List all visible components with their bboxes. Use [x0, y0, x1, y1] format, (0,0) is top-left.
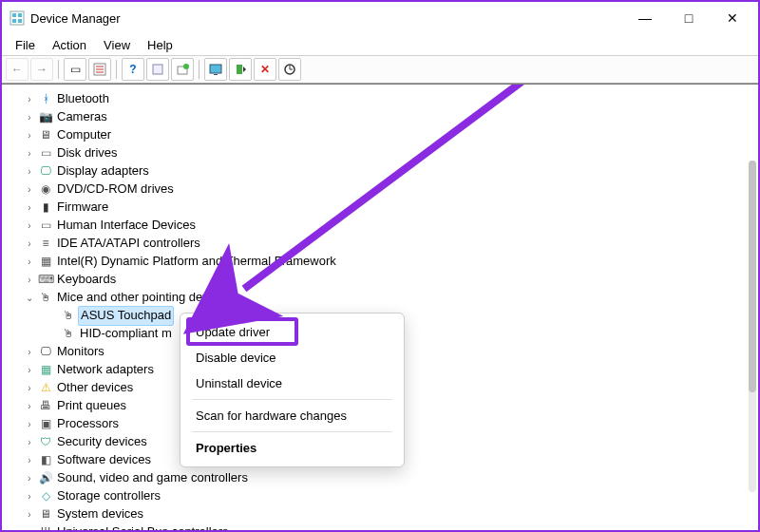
expander-icon[interactable]: › [23, 364, 36, 377]
tree-node[interactable]: ›▭Disk drives [13, 144, 756, 162]
menu-action[interactable]: Action [45, 36, 94, 54]
device-icon: ▦ [37, 363, 54, 378]
expander-icon[interactable]: › [23, 201, 36, 215]
svg-rect-14 [237, 65, 242, 74]
expander-icon[interactable]: › [23, 165, 36, 179]
window-title: Device Manager [30, 11, 623, 26]
expander-icon[interactable]: › [23, 418, 36, 431]
device-icon: ◉ [37, 182, 54, 198]
expander-icon[interactable]: › [23, 219, 36, 233]
back-button[interactable]: ← [6, 58, 28, 81]
tree-label: Print queues [57, 397, 126, 414]
tree-node[interactable]: ›▮Firmware [13, 199, 756, 217]
expander-icon[interactable]: › [23, 129, 36, 142]
tree-label: Processors [57, 415, 119, 432]
tree-label: Software devices [57, 451, 151, 468]
device-icon: ▦ [37, 255, 54, 270]
expander-icon[interactable]: › [23, 454, 36, 467]
ctx-separator [192, 399, 392, 400]
device-icon: ▭ [37, 146, 54, 162]
minimize-button[interactable]: — [623, 4, 667, 32]
context-menu: Update driver Disable device Uninstall d… [180, 313, 405, 467]
tree-node[interactable]: ›ΨUniversal Serial Bus controllers [13, 523, 756, 530]
tree-label: Network adapters [57, 361, 154, 378]
device-icon: 🖱 [60, 327, 77, 342]
tree-node[interactable]: ›◇Storage controllers [13, 487, 756, 505]
expander-icon[interactable]: › [23, 508, 36, 522]
tree-label: Sound, video and game controllers [57, 469, 248, 486]
tree-label: Storage controllers [57, 487, 161, 504]
tree-label: Cameras [57, 108, 107, 125]
expander-icon[interactable]: › [23, 400, 36, 413]
tree-label: Disk drives [57, 144, 118, 162]
expander-icon[interactable]: › [23, 238, 36, 251]
expander-icon[interactable]: › [23, 93, 36, 106]
maximize-button[interactable]: □ [667, 4, 711, 32]
device-icon: 🔊 [37, 471, 54, 486]
tree-node[interactable]: ⌄🖱Mice and other pointing devices [13, 289, 756, 307]
menu-file[interactable]: File [8, 36, 43, 54]
tree-label: Display adapters [57, 162, 149, 180]
tree-node[interactable]: ›▭Human Interface Devices [13, 217, 756, 235]
expander-icon[interactable]: › [23, 472, 36, 485]
expander-icon[interactable]: › [23, 346, 36, 359]
expander-icon[interactable]: › [23, 436, 36, 449]
show-hidden-button[interactable]: ▭ [64, 58, 86, 81]
tree-node[interactable]: ›🔊Sound, video and game controllers [13, 469, 756, 487]
forward-button[interactable]: → [30, 58, 53, 81]
svg-rect-4 [18, 19, 22, 23]
tree-node[interactable]: ›▦Intel(R) Dynamic Platform and Thermal … [13, 253, 756, 271]
app-icon [10, 10, 25, 26]
expander-icon[interactable]: › [23, 382, 36, 395]
props-button[interactable] [146, 58, 169, 81]
device-icon: ᚼ [37, 92, 54, 107]
enable-button[interactable] [229, 58, 252, 81]
menu-view[interactable]: View [96, 36, 138, 54]
device-icon: ≡ [37, 237, 54, 252]
menu-help[interactable]: Help [140, 36, 180, 54]
expander-icon[interactable]: › [23, 183, 36, 197]
tree-node[interactable]: ›🖵Display adapters [13, 162, 756, 180]
toolbar-separator [116, 60, 117, 79]
device-manager-window: Device Manager — □ ✕ File Action View He… [0, 0, 760, 532]
expander-icon[interactable]: › [23, 256, 36, 269]
expander-icon[interactable]: › [23, 490, 36, 504]
close-button[interactable]: ✕ [711, 4, 754, 32]
tree-label: Keyboards [57, 271, 116, 288]
tree-label: Firmware [57, 199, 108, 216]
expander-icon[interactable]: › [23, 526, 36, 531]
expander-icon[interactable]: › [23, 111, 36, 124]
tree-node[interactable]: ›⌨Keyboards [13, 271, 756, 289]
ctx-disable-device[interactable]: Disable device [186, 345, 398, 370]
scan-monitor-button[interactable] [204, 58, 227, 81]
expander-icon[interactable]: ⌄ [23, 292, 36, 305]
svg-rect-12 [210, 65, 221, 73]
device-icon: Ψ [37, 525, 54, 531]
help-button[interactable]: ? [122, 58, 144, 81]
vertical-scrollbar[interactable] [749, 161, 756, 492]
ctx-uninstall-device[interactable]: Uninstall device [186, 370, 398, 396]
ctx-scan-hardware[interactable]: Scan for hardware changes [186, 403, 398, 428]
ctx-properties[interactable]: Properties [186, 435, 398, 461]
device-icon: 🛡 [37, 435, 54, 450]
tree-label: Monitors [57, 343, 104, 360]
tree-label: Bluetooth [57, 90, 109, 107]
tree-node[interactable]: ›🖥System devices [13, 505, 756, 523]
tree-node[interactable]: ›📷Cameras [13, 108, 756, 126]
expander-icon[interactable]: › [23, 147, 36, 161]
ctx-update-driver[interactable]: Update driver [186, 319, 398, 345]
expander-icon[interactable]: › [23, 274, 36, 287]
tree-label: Intel(R) Dynamic Platform and Thermal Fr… [57, 253, 336, 270]
properties-button[interactable] [88, 58, 111, 81]
tree-node[interactable]: ›≡IDE ATA/ATAPI controllers [13, 235, 756, 253]
tree-node[interactable]: ›ᚼBluetooth [13, 90, 756, 108]
uninstall-button[interactable]: ✕ [254, 58, 276, 81]
scrollbar-thumb[interactable] [749, 161, 756, 392]
tree-node[interactable]: ›🖥Computer [13, 126, 756, 144]
tree-label: ASUS Touchpad [78, 306, 174, 325]
device-icon: 🖱 [37, 291, 54, 306]
update-button[interactable] [171, 58, 194, 81]
tree-node[interactable]: ›◉DVD/CD-ROM drives [13, 180, 756, 199]
tree-label: Human Interface Devices [57, 217, 196, 234]
scan-changes-button[interactable] [278, 58, 301, 81]
